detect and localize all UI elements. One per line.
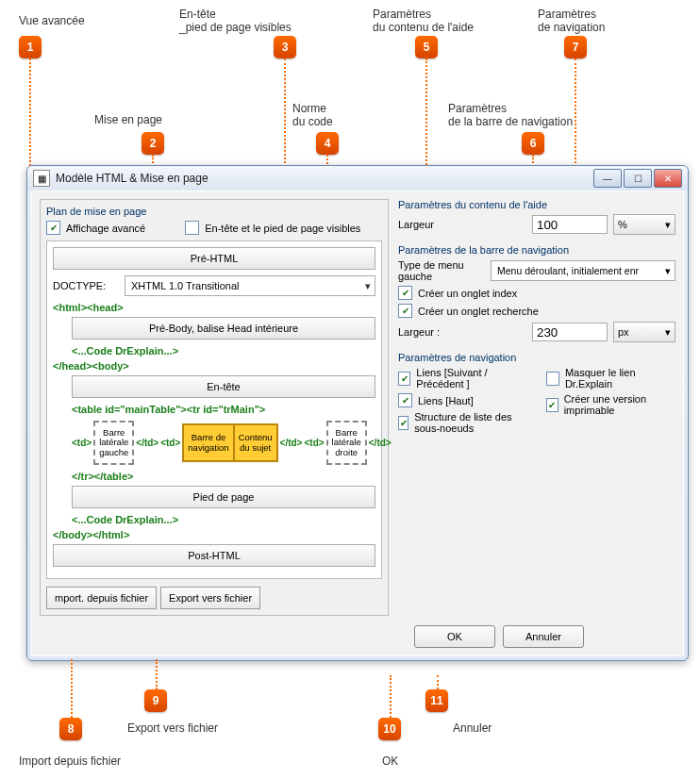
td-tag: </td> <box>369 438 392 448</box>
width-label: Largeur <box>398 219 532 230</box>
create-search-checkbox[interactable]: ✔ <box>398 304 412 318</box>
header-footer-checkbox[interactable] <box>185 221 199 235</box>
callout-badge-11: 11 <box>425 689 448 712</box>
import-button[interactable]: mport. depuis fichier <box>46 587 157 609</box>
navbar-box[interactable]: Barre de navigation <box>183 424 233 461</box>
window-title: Modèle HTML & Mise en page <box>56 172 593 185</box>
navbar-width-label: Largeur : <box>398 326 532 338</box>
hide-drexplain-label: Masquer le lien Dr.Explain <box>565 367 675 390</box>
td-tag: <td> <box>304 438 324 448</box>
layout-preview: Pré-HTML DOCTYPE: XHTML 1.0 Transitional… <box>46 240 382 579</box>
code-tag: </head><body> <box>53 360 375 372</box>
app-icon: ▦ <box>33 170 50 187</box>
footer-button[interactable]: Pied de page <box>72 486 375 508</box>
links-top-label: Liens [Haut] <box>418 395 474 406</box>
callout-badge-1: 1 <box>19 36 42 58</box>
callout-label: Paramètres du contenu de l'aide <box>373 8 474 34</box>
callout-label: Import depuis fichier <box>19 754 121 768</box>
maximize-button[interactable]: ☐ <box>624 169 652 188</box>
menu-type-label: Type de menu gauche <box>398 259 491 282</box>
cancel-button[interactable]: Annuler <box>503 625 584 648</box>
links-top-checkbox[interactable]: ✔ <box>398 393 412 407</box>
code-tag: <...Code DrExplain...> <box>72 514 375 525</box>
create-search-label: Créer un onglet recherche <box>418 306 539 317</box>
left-sidebar-box[interactable]: Barre latérale gauche <box>93 421 134 465</box>
content-box[interactable]: Contenu du sujet <box>234 424 277 461</box>
navbar-title: Paramètres de la barre de navigation <box>398 244 675 256</box>
subnodes-checkbox[interactable]: ✔ <box>398 416 408 430</box>
td-tag: <td> <box>160 438 180 448</box>
callout-badge-6: 6 <box>522 132 544 155</box>
callout-badge-9: 9 <box>144 689 167 712</box>
header-footer-label: En-tête et le pied de page visibles <box>205 223 360 234</box>
links-next-prev-label: Liens [Suivant / Précédent ] <box>416 367 527 390</box>
callout-label: Norme du code <box>292 102 333 128</box>
menu-type-select[interactable]: Menu déroulant, initialement enr <box>491 260 675 281</box>
callout-badge-4: 4 <box>316 132 339 155</box>
callout-badge-5: 5 <box>415 36 438 58</box>
export-button[interactable]: Export vers fichier <box>160 587 260 609</box>
callout-label: Annuler <box>453 721 492 735</box>
pre-body-button[interactable]: Pré-Body, balise Head intérieure <box>72 317 375 340</box>
code-tag: </body></html> <box>53 529 375 540</box>
help-width-unit[interactable]: %▾ <box>613 214 675 235</box>
callout-badge-8: 8 <box>59 718 82 740</box>
table-layout-row: <td> Barre latérale gauche </td> <td> Ba… <box>72 421 375 465</box>
help-width-input[interactable] <box>532 215 608 234</box>
advanced-checkbox[interactable]: ✔ <box>46 221 60 235</box>
code-tag: <...Code DrExplain...> <box>72 345 375 356</box>
callout-label: Export vers fichier <box>127 721 218 735</box>
callout-badge-10: 10 <box>378 718 401 740</box>
callout-label: Mise en page <box>94 113 162 126</box>
navbar-width-unit[interactable]: px▾ <box>613 322 675 342</box>
callout-badge-7: 7 <box>564 36 587 58</box>
hide-drexplain-checkbox[interactable] <box>546 372 559 386</box>
callout-line <box>71 659 73 718</box>
subnodes-label: Structure de liste des sous-noeuds <box>414 411 527 434</box>
code-tag: <table id="mainTable"><tr id="trMain"> <box>72 404 375 415</box>
callout-label: Paramètres de navigation <box>538 8 605 34</box>
help-content-title: Paramètres du contenu de l'aide <box>398 199 675 210</box>
callout-line <box>390 675 392 718</box>
header-button[interactable]: En-tête <box>72 375 375 398</box>
post-html-button[interactable]: Post-HTML <box>53 544 375 567</box>
nav-params-title: Paramètres de navigation <box>398 352 675 363</box>
callout-label: Paramètres de la barre de navigation <box>448 102 573 128</box>
td-tag: <td> <box>72 438 92 448</box>
td-tag: </td> <box>136 438 158 448</box>
callout-badge-3: 3 <box>274 36 296 58</box>
minimize-button[interactable]: — <box>593 169 622 188</box>
layout-panel: Plan de mise en page ✔ Affichage avancé … <box>40 199 389 616</box>
callout-badge-2: 2 <box>142 132 164 155</box>
callout-label: Vue avancée <box>19 14 85 27</box>
printable-label: Créer une version imprimable <box>564 393 675 416</box>
navbar-width-input[interactable] <box>532 323 608 341</box>
code-tag: <html><head> <box>53 302 375 313</box>
printable-checkbox[interactable]: ✔ <box>546 398 558 412</box>
settings-panel: Paramètres du contenu de l'aide Largeur … <box>398 199 675 616</box>
section-title: Plan de mise en page <box>46 206 382 217</box>
code-tag: </tr></table> <box>72 471 375 482</box>
callout-label: OK <box>382 754 398 768</box>
create-index-label: Créer un onglet index <box>418 288 517 299</box>
dialog-window: ▦ Modèle HTML & Mise en page — ☐ ✕ Plan … <box>26 165 689 661</box>
links-next-prev-checkbox[interactable]: ✔ <box>398 372 410 386</box>
callout-line <box>156 659 158 689</box>
create-index-checkbox[interactable]: ✔ <box>398 286 412 300</box>
callout-label: En-tête _pied de page visibles <box>179 8 292 34</box>
td-tag: </td> <box>280 438 303 448</box>
ok-button[interactable]: OK <box>414 625 495 648</box>
pre-html-button[interactable]: Pré-HTML <box>53 247 375 270</box>
doctype-label: DOCTYPE: <box>53 280 119 291</box>
right-sidebar-box[interactable]: Barre latérale droite <box>326 421 367 465</box>
doctype-select[interactable]: XHTML 1.0 Transitional <box>125 275 375 296</box>
advanced-label: Affichage avancé <box>66 223 145 234</box>
callout-line <box>437 675 439 689</box>
titlebar[interactable]: ▦ Modèle HTML & Mise en page — ☐ ✕ <box>27 166 688 191</box>
close-button[interactable]: ✕ <box>654 169 682 188</box>
